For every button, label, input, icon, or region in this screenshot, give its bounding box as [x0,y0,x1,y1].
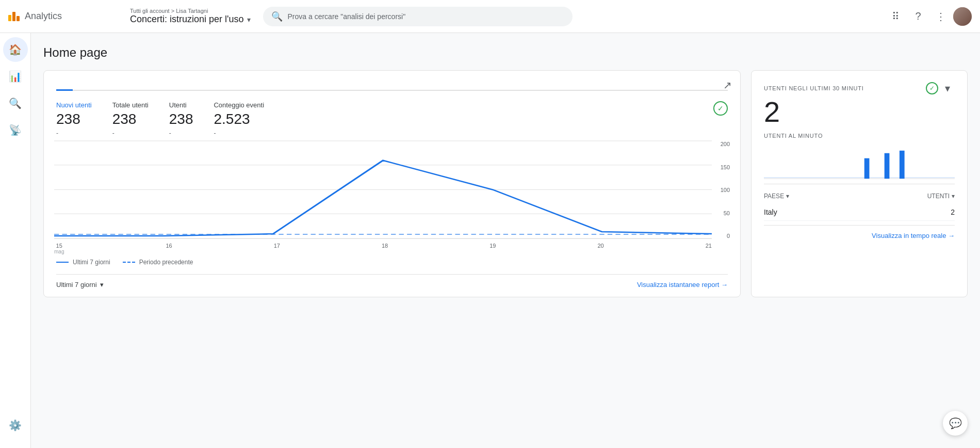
chart-y-labels: 200 150 100 50 0 [714,141,730,239]
line-chart-svg [54,141,712,238]
stat-label-utenti: Utenti [169,101,193,109]
period-selector[interactable]: Ultimi 7 giorni ▾ [56,281,104,289]
home-icon: 🏠 [9,43,22,56]
chat-fab-button[interactable]: 💬 [943,411,968,436]
paese-label: PAESE [764,193,784,200]
x-label-19: 19 [489,243,496,254]
country-row-italy: Italy 2 [764,204,955,221]
legend-item-current: Ultimi 7 giorni [56,259,110,266]
legend-line-dashed [123,262,135,263]
x-label-16: 16 [166,243,172,254]
page-title: Home page [43,45,968,60]
sidebar-bottom: ⚙️ [3,413,28,448]
app-header: Analytics Tutti gli account > Lisa Tarta… [0,0,980,33]
sidebar-item-home[interactable]: 🏠 [3,37,28,62]
sidebar-item-reports[interactable]: 📊 [3,64,28,89]
realtime-dropdown-button[interactable]: ▾ [940,81,955,95]
main-content: Home page Nuovi utenti 238 - Totale uten… [31,33,980,448]
country-table-header: PAESE ▾ UTENTI ▾ [764,193,955,200]
y-label-0: 0 [714,233,730,239]
realtime-value: 2 [764,98,955,126]
search-placeholder-text: Prova a cercare "analisi dei percorsi" [288,12,406,21]
legend-label-previous: Periodo precedente [139,259,193,266]
x-label-17: 17 [274,243,280,254]
svg-rect-8 [900,151,905,179]
explore-icon: 🔍 [9,97,22,109]
utenti-col-header[interactable]: UTENTI ▾ [927,193,955,200]
logo-section: Analytics [8,11,122,22]
realtime-sublabel: UTENTI AL MINUTO [764,133,955,139]
sidebar-item-explore[interactable]: 🔍 [3,91,28,116]
svg-rect-7 [885,153,890,179]
line-chart-container: 200 150 100 50 0 15 mag 16 17 [54,141,730,254]
header-actions: ⠿ ? ⋮ [885,6,972,27]
logo-bar-2 [12,12,15,21]
stat-label-nuovi-utenti: Nuovi utenti [56,101,92,109]
chart-legend: Ultimi 7 giorni Periodo precedente [56,259,728,266]
search-section: 🔍 Prova a cercare "analisi dei percorsi" [263,7,573,26]
stats-card-footer: Ultimi 7 giorni ▾ Visualizza istantanee … [56,274,728,289]
sidebar-item-advertising[interactable]: 📡 [3,118,28,142]
view-realtime-link[interactable]: Visualizza in tempo reale → [872,232,955,239]
stat-dash-totale-utenti: - [112,130,149,137]
stat-dash-nuovi-utenti: - [56,130,92,137]
stat-dash-utenti: - [169,130,193,137]
legend-item-previous: Periodo precedente [123,259,193,266]
realtime-header: UTENTI NEGLI ULTIMI 30 MINUTI ✓ ▾ [764,81,955,95]
content-grid: Nuovi utenti 238 - Totale utenti 238 - U… [43,70,968,297]
bar-chart-svg [764,143,955,184]
stats-tabs [56,81,728,91]
app-title: Analytics [25,11,62,22]
y-label-50: 50 [714,210,730,216]
help-button[interactable]: ? [908,6,928,27]
paese-col-header[interactable]: PAESE ▾ [764,193,789,200]
analytics-logo-icon [8,12,20,21]
x-label-15: 15 mag [54,243,64,254]
realtime-footer: Visualizza in tempo reale → [764,225,955,232]
country-name-italy: Italy [764,208,777,216]
stat-value-conteggio-eventi: 2.523 [214,111,264,127]
breadcrumb-path: Tutti gli account > Lisa Tartagni [130,8,251,14]
realtime-card: UTENTI NEGLI ULTIMI 30 MINUTI ✓ ▾ 2 UTEN… [751,70,968,297]
search-icon: 🔍 [271,11,283,22]
stat-dash-conteggio-eventi: - [214,130,264,137]
stats-tab-active[interactable] [56,81,73,91]
legend-line-solid [56,262,69,263]
y-label-200: 200 [714,141,730,147]
search-box[interactable]: 🔍 Prova a cercare "analisi dei percorsi" [263,7,573,26]
grid-icon: ⠿ [892,10,900,23]
advertising-icon: 📡 [9,124,22,136]
stat-value-utenti: 238 [169,111,193,127]
avatar-image [953,7,972,26]
stat-value-totale-utenti: 238 [112,111,149,127]
view-report-link[interactable]: Visualizza istantanee report → [637,281,728,289]
chevron-down-icon: ▾ [247,15,251,24]
breadcrumb-page-name: Concerti: istruzioni per l'uso [130,14,244,25]
settings-icon: ⚙️ [9,419,22,431]
svg-rect-6 [864,158,870,179]
x-label-20: 20 [597,243,603,254]
country-value-italy: 2 [951,208,955,216]
breadcrumb-main[interactable]: Concerti: istruzioni per l'uso ▾ [130,14,251,25]
grid-menu-button[interactable]: ⠿ [885,6,906,27]
chart-x-labels: 15 mag 16 17 18 19 [54,239,712,254]
chevron-down-icon: ▾ [945,82,950,94]
stat-conteggio-eventi: Conteggio eventi 2.523 - [214,101,264,137]
y-label-100: 100 [714,187,730,193]
sidebar-item-settings[interactable]: ⚙️ [3,413,28,438]
stat-nuovi-utenti: Nuovi utenti 238 - [56,101,92,137]
user-avatar[interactable] [953,7,972,26]
stat-value-nuovi-utenti: 238 [56,111,92,127]
stats-chart-card: Nuovi utenti 238 - Totale utenti 238 - U… [43,70,741,297]
realtime-controls: ✓ ▾ [926,81,955,95]
more-options-button[interactable]: ⋮ [930,6,951,27]
stat-utenti: Utenti 238 - [169,101,193,137]
breadcrumb: Tutti gli account > Lisa Tartagni Concer… [130,8,251,25]
y-label-150: 150 [714,164,730,170]
stat-label-totale-utenti: Totale utenti [112,101,149,109]
insights-button[interactable]: ↗ [723,79,732,91]
realtime-check-icon: ✓ [926,82,938,94]
more-vert-icon: ⋮ [936,10,946,23]
chevron-down-icon: ▾ [100,281,104,289]
chat-icon: 💬 [949,417,962,429]
